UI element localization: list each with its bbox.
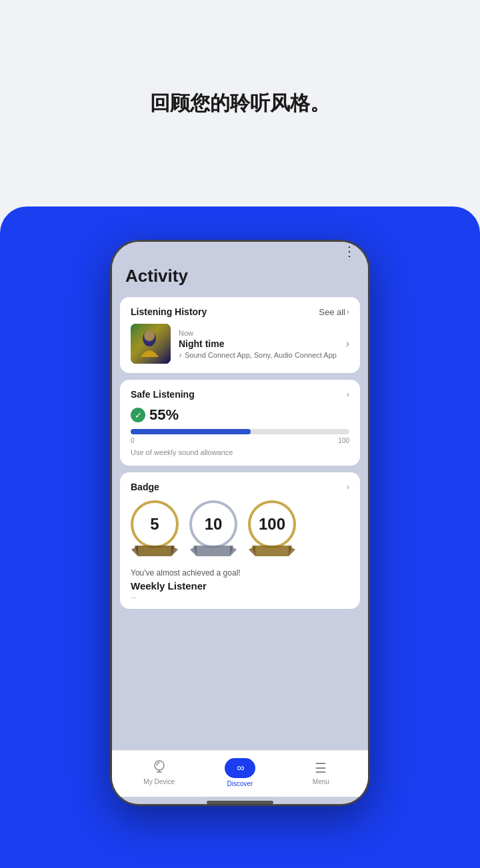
listening-history-header: Listening History See all › <box>131 306 349 317</box>
badge-item-5: 5 <box>131 500 179 560</box>
see-all-button[interactable]: See all › <box>319 307 349 317</box>
badge-ribbon-10 <box>190 544 237 560</box>
percentage-row: ✓ 55% <box>131 406 349 424</box>
track-info: Now Night time ♪ Sound Connect App, Sony… <box>179 329 338 359</box>
activity-title: Activity <box>125 266 355 286</box>
safe-listening-title: Safe Listening <box>131 389 195 400</box>
track-row[interactable]: Now Night time ♪ Sound Connect App, Sony… <box>131 324 349 364</box>
phone-screen: ⋮ Activity Listening History See all › <box>112 242 368 804</box>
progress-bar-fill <box>131 429 251 434</box>
safe-listening-header[interactable]: Safe Listening › <box>131 389 349 400</box>
blue-background: ⋮ Activity Listening History See all › <box>0 207 480 868</box>
progress-bar-container <box>131 429 349 434</box>
percentage-value: 55% <box>149 406 179 424</box>
badge-goal-text: You've almost achieved a goal! <box>131 568 349 578</box>
badge-chevron-icon: › <box>347 482 349 492</box>
progress-label-end: 100 <box>338 437 349 444</box>
track-name: Night time <box>179 338 338 349</box>
nav-label-menu: Menu <box>313 778 329 785</box>
home-indicator <box>207 801 273 804</box>
scroll-content: Listening History See all › <box>112 297 368 750</box>
status-bar: ⋮ <box>112 242 368 260</box>
progress-labels: 0 100 <box>131 437 349 444</box>
discover-icon: ∞ <box>237 762 243 774</box>
nav-label-discover: Discover <box>227 780 253 787</box>
svg-point-3 <box>144 330 155 341</box>
badge-weekly-title: Weekly Listener <box>131 580 349 592</box>
badge-ribbon-100 <box>249 544 295 560</box>
badge-item-10: 10 <box>189 500 237 560</box>
top-section: 回顾您的聆听风格。 <box>0 0 480 207</box>
safe-listening-card: Safe Listening › ✓ 55% 0 100 Use of week <box>120 380 360 466</box>
track-thumbnail <box>131 324 171 364</box>
safe-chevron-icon: › <box>347 390 349 399</box>
badge-weekly-sub: ... <box>131 592 349 600</box>
discover-pill: ∞ <box>225 758 255 778</box>
more-menu-icon[interactable]: ⋮ <box>343 244 357 258</box>
svg-rect-4 <box>143 548 166 554</box>
badge-circle-5: 5 <box>131 500 179 548</box>
badge-title: Badge <box>131 482 159 492</box>
track-source: ♪ Sound Connect App, Sony, Audio Connect… <box>179 351 338 359</box>
nav-item-menu[interactable]: ☰ Menu <box>281 760 361 785</box>
activity-header: Activity <box>112 260 368 297</box>
progress-label-start: 0 <box>131 437 135 444</box>
page-title: 回顾您的聆听风格。 <box>150 90 330 117</box>
phone-mockup: ⋮ Activity Listening History See all › <box>110 240 370 806</box>
nav-item-my-device[interactable]: My Device <box>119 759 199 785</box>
listening-history-title: Listening History <box>131 306 207 317</box>
badge-ribbon-5 <box>131 544 178 560</box>
badge-header[interactable]: Badge › <box>131 482 349 492</box>
my-device-icon <box>152 759 167 776</box>
badge-circle-10: 10 <box>189 500 237 548</box>
menu-icon: ☰ <box>315 760 327 776</box>
badges-row: 5 <box>131 500 349 560</box>
track-now-label: Now <box>179 329 338 337</box>
badge-card: Badge › 5 <box>120 472 360 609</box>
nav-item-discover[interactable]: ∞ Discover <box>199 758 280 787</box>
music-note-icon: ♪ <box>179 351 182 358</box>
check-circle-icon: ✓ <box>131 408 145 422</box>
listening-history-card: Listening History See all › <box>120 297 360 373</box>
safe-description: Use of weekly sound allowance <box>131 448 349 456</box>
badge-item-100: 100 <box>248 500 296 560</box>
track-chevron-icon: › <box>346 338 349 350</box>
badge-circle-100: 100 <box>248 500 296 548</box>
chevron-right-icon: › <box>347 307 349 316</box>
bottom-nav: My Device ∞ Discover ☰ Menu <box>112 750 368 797</box>
nav-label-my-device: My Device <box>143 778 175 785</box>
